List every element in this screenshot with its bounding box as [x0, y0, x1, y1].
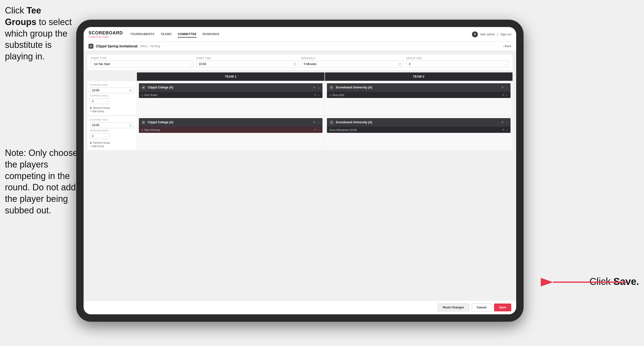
team2-panel-1: S Scoreboard University (A) ✕ ⌄ 1. Rees … — [325, 81, 512, 115]
th-team2: Team 2 — [325, 72, 512, 81]
player-name-2-2: Dave Billingham (SUB) — [329, 128, 500, 131]
add-group-button-1[interactable]: + Add Group — [90, 110, 134, 113]
team1-icon-1: B — [141, 85, 146, 90]
starting-time-label-2: STARTING TIME: — [90, 119, 134, 121]
team2-name-1: Scoreboard University (A) — [336, 86, 499, 89]
group-size-label: Group Size — [406, 57, 509, 60]
sign-out-link[interactable]: Sign out — [500, 33, 511, 36]
instructions-top: Click Tee Groups to select which group t… — [0, 0, 79, 67]
player-actions-1-1: ✕ ⌄ — [314, 93, 320, 96]
tee-time-panel-1: STARTING TIME: 10:00 🕐 STARTING HOLE: 1 … — [87, 81, 136, 115]
team1-card-header-2[interactable]: B Clippd College (A) ✕ ⌄ — [139, 118, 322, 126]
starting-time-label-1: STARTING TIME: — [90, 84, 134, 86]
player-actions-1-2: ✕ ⌄ — [314, 128, 320, 131]
logo-top: SCOREBOARD — [88, 30, 123, 36]
reset-changes-button[interactable]: Reset Changes — [438, 304, 469, 311]
clock-icon-2: 🕐 — [398, 63, 401, 65]
start-time-input[interactable]: 10:00 🕐 — [196, 61, 299, 67]
nav-committee[interactable]: COMMITTEE — [178, 31, 197, 37]
gender-tag: (Men) — [140, 44, 148, 48]
save-button[interactable]: Save — [494, 304, 511, 311]
player-row-2-2: Dave Billingham (SUB) ✕ ⌄ — [327, 126, 510, 133]
hole-input-1[interactable]: 1 ⌄ — [90, 98, 110, 104]
nav-rankings[interactable]: RANKINGS — [203, 31, 220, 37]
team2-icon-1: S — [329, 85, 334, 90]
start-type-group: Start Type 1st Tee Start ⌄ — [91, 57, 194, 67]
team1-name-1: Clippd College (A) — [148, 86, 311, 89]
team1-card-header-1[interactable]: B Clippd College (A) ✕ ⌄ — [139, 83, 322, 92]
start-type-input[interactable]: 1st Tee Start ⌄ — [91, 61, 194, 67]
note-bold: Only choose the players competing in the… — [5, 148, 78, 215]
team1-card-2[interactable]: B Clippd College (A) ✕ ⌄ 2. Blair McHarg… — [139, 118, 322, 133]
player-arrows-icon-2-2[interactable]: ⌄ — [506, 128, 508, 131]
player-close-icon-1-1[interactable]: ✕ — [314, 93, 316, 96]
tee-group-row-1: STARTING TIME: 10:00 🕐 STARTING HOLE: 1 … — [87, 81, 512, 115]
nav-teams[interactable]: TEAMS — [161, 31, 172, 37]
chevron-updown-icon: ⌄ — [504, 63, 506, 65]
player-close-icon-2-1[interactable]: ✕ — [502, 93, 504, 96]
cancel-button[interactable]: Cancel — [472, 304, 492, 311]
remove-group-button-2[interactable]: 🗑 Remove Group — [90, 141, 134, 144]
nav-tournaments[interactable]: TOURNAMENTS — [130, 31, 154, 37]
close-icon-2[interactable]: ✕ — [501, 86, 504, 89]
start-time-label: Start Time — [196, 57, 299, 60]
tee-actions-2: 🗑 Remove Group + Add Group — [90, 141, 134, 148]
time-input-1[interactable]: 10:00 🕐 — [90, 87, 134, 93]
tee-table-header: Team 1 Team 2 — [87, 72, 512, 81]
close-icon-4[interactable]: ✕ — [501, 121, 504, 124]
trash-icon: 🗑 — [90, 107, 92, 109]
tee-actions-1: 🗑 Remove Group + Add Group — [90, 107, 134, 113]
tablet-frame: SCOREBOARD Powered by clippd TOURNAMENTS… — [76, 20, 524, 322]
expand-icon-2[interactable]: ⌄ — [506, 86, 508, 89]
click-save-label: Click Save. — [590, 276, 639, 287]
close-icon-3[interactable]: ✕ — [313, 121, 316, 124]
user-name: blair admin — [480, 33, 495, 36]
start-time-group: Start Time 10:00 🕐 — [196, 57, 299, 67]
sub-badge: B — [88, 44, 94, 49]
expand-icon-3[interactable]: ⌄ — [318, 121, 320, 124]
hole-input-2[interactable]: 1 ⌄ — [90, 133, 110, 139]
player-name-1-1: 1. Rich Butler — [141, 94, 312, 96]
expand-icon-4[interactable]: ⌄ — [506, 121, 508, 124]
tablet-screen: SCOREBOARD Powered by clippd TOURNAMENTS… — [84, 27, 516, 314]
th-team1: Team 1 — [137, 72, 324, 81]
plus-icon-2: + — [90, 145, 91, 148]
expand-icon-1[interactable]: ⌄ — [318, 86, 320, 89]
team2-card-header-1[interactable]: S Scoreboard University (A) ✕ ⌄ — [327, 83, 510, 92]
nav-user: B blair admin | Sign out — [472, 31, 511, 37]
team2-name-2: Scoreboard University (A) — [336, 121, 499, 124]
trash-icon-2: 🗑 — [90, 141, 92, 144]
top-nav: SCOREBOARD Powered by clippd TOURNAMENTS… — [84, 27, 516, 42]
player-close-icon-2-2[interactable]: ✕ — [502, 128, 504, 131]
close-icon-1[interactable]: ✕ — [313, 86, 316, 89]
sub-header: B Clippd Spring Invitational (Men) Hosti… — [84, 42, 516, 51]
intervals-group: Intervals 5 Minutes 🕐 — [301, 57, 404, 67]
team2-card-header-2[interactable]: S Scoreboard University (A) ✕ ⌄ — [327, 118, 510, 126]
remove-group-button-1[interactable]: 🗑 Remove Group — [90, 107, 134, 109]
player-actions-2-1: ✕ ⌄ — [502, 93, 508, 96]
team1-panel-1: B Clippd College (A) ✕ ⌄ 1. Rich Butler … — [137, 81, 324, 115]
main-content: Start Type 1st Tee Start ⌄ Start Time 10… — [84, 51, 516, 300]
player-arrows-icon-1-2[interactable]: ⌄ — [318, 128, 320, 131]
team2-card-1: S Scoreboard University (A) ✕ ⌄ 1. Rees … — [327, 83, 510, 98]
intervals-input[interactable]: 5 Minutes 🕐 — [301, 61, 404, 67]
back-link[interactable]: ‹ Back — [503, 44, 511, 48]
stepper-icon-2: ⌄ — [105, 135, 107, 137]
chevron-down-icon: ⌄ — [189, 63, 191, 65]
start-type-label: Start Type — [91, 57, 194, 60]
clock-icon-4: 🕐 — [129, 124, 132, 127]
click-save-bold: Save. — [613, 276, 639, 287]
player-close-icon-1-2[interactable]: ✕ — [314, 128, 316, 131]
time-input-2[interactable]: 10:05 🕐 — [90, 122, 134, 128]
add-group-button-2[interactable]: + Add Group — [90, 145, 134, 148]
starting-hole-label-2: STARTING HOLE: — [90, 129, 134, 132]
team2-icon-2: S — [329, 120, 334, 124]
player-name-1-2: 2. Blair McHarg — [141, 128, 312, 131]
nav-links: TOURNAMENTS TEAMS COMMITTEE RANKINGS — [130, 31, 472, 37]
team1-card-1: B Clippd College (A) ✕ ⌄ 1. Rich Butler … — [139, 83, 322, 98]
group-size-input[interactable]: 2 ⌄ — [406, 61, 509, 67]
form-row: Start Type 1st Tee Start ⌄ Start Time 10… — [87, 54, 512, 70]
player-arrows-icon-2-1[interactable]: ⌄ — [506, 93, 508, 96]
user-avatar: B — [472, 31, 478, 37]
player-arrows-icon-1-1[interactable]: ⌄ — [318, 93, 320, 96]
